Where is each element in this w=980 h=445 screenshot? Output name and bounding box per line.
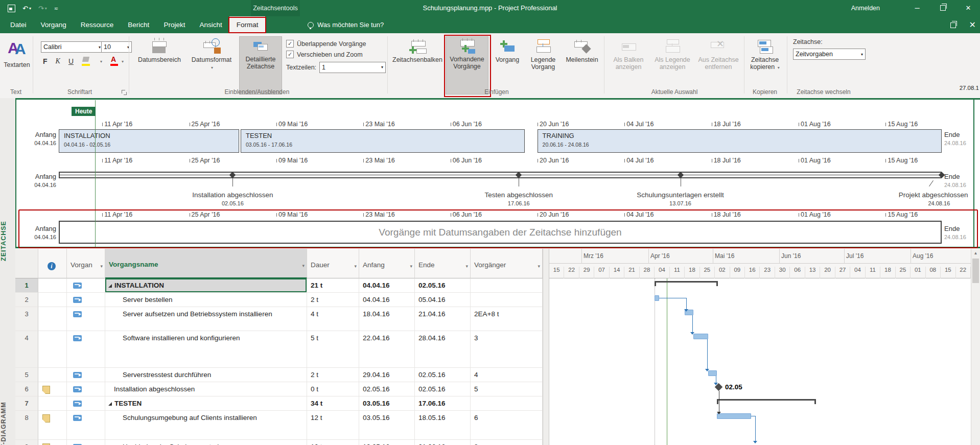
ende-cell[interactable]: 01.06.16: [415, 440, 471, 445]
pane-splitter[interactable]: [543, 249, 549, 445]
header-vorgangsmodus[interactable]: Vorgan▾: [67, 249, 105, 278]
ueberlappende-vorgaenge-checkbox[interactable]: ✓ Überlappende Vorgänge: [286, 38, 386, 49]
gantt-chart[interactable]: Mrz '16Apr '16Mai '16Jun '16Jul '16Aug '…: [549, 249, 971, 445]
zeitachse-select[interactable]: Zeitvorgaben▾: [793, 49, 866, 60]
als-balken-anzeigen-button[interactable]: Als Balken anzeigen: [608, 37, 649, 71]
redo-icon[interactable]: ↷▾: [38, 5, 47, 12]
anfang-cell[interactable]: 29.04.16: [359, 368, 415, 382]
italic-button[interactable]: K: [56, 57, 60, 65]
textzeilen-combo[interactable]: 1▾: [319, 62, 386, 73]
tab-vorgang[interactable]: Vorgang: [34, 16, 74, 33]
vorg-cell[interactable]: 5: [471, 382, 543, 396]
dauer-cell[interactable]: 4 t: [307, 307, 359, 331]
filter-arrow-icon[interactable]: ▾: [354, 264, 357, 269]
task-mode-cell[interactable]: [67, 396, 105, 411]
collapse-triangle-icon[interactable]: [108, 402, 112, 406]
tab-datei[interactable]: Datei: [3, 16, 34, 33]
dauer-cell[interactable]: 5 t: [307, 331, 359, 368]
table-row[interactable]: 2Server bestellen2 t04.04.1605.04.16: [15, 293, 543, 307]
header-ende[interactable]: Ende▾: [415, 249, 471, 278]
anfang-cell[interactable]: 04.04.16: [359, 278, 415, 293]
vorg-cell[interactable]: 3: [471, 331, 543, 368]
legende-vorgang-button[interactable]: Legende Vorgang: [525, 37, 561, 71]
vorg-cell[interactable]: [471, 396, 543, 411]
select-all-corner[interactable]: [15, 249, 38, 278]
ende-cell[interactable]: 02.05.16: [415, 278, 471, 293]
anfang-cell[interactable]: 22.04.16: [359, 331, 415, 368]
row-number-cell[interactable]: 3: [15, 307, 38, 331]
info-cell[interactable]: [38, 411, 67, 440]
font-name-combo[interactable]: Calibri▾: [41, 41, 103, 53]
aus-zeitachse-entfernen-button[interactable]: ✕ Aus Zeitachse entfernen: [696, 37, 741, 71]
zeitachsenbalken-button[interactable]: Zeitachsenbalken: [392, 37, 442, 63]
task-table[interactable]: iVorgan▾Vorgangsname▾Dauer▾Anfang▾Ende▾V…: [15, 249, 543, 445]
dauer-cell[interactable]: 12 t: [307, 411, 359, 440]
filter-arrow-icon[interactable]: ▾: [410, 264, 412, 269]
datumsbereich-button[interactable]: Datumsbereich: [134, 37, 185, 63]
tell-me-box[interactable]: Was möchten Sie tun?: [308, 16, 384, 33]
close-document-icon[interactable]: ✕: [969, 20, 976, 30]
task-mode-cell[interactable]: [67, 382, 105, 396]
row-number-cell[interactable]: 8: [15, 411, 38, 440]
anfang-cell[interactable]: 03.05.16: [359, 396, 415, 411]
row-number-cell[interactable]: 5: [15, 368, 38, 382]
gantt-pane-label[interactable]: GANTT-DIAGRAMM: [0, 392, 15, 445]
underline-button[interactable]: U: [68, 57, 74, 65]
empty-timeline-bar[interactable]: Vorgänge mit Datumsangaben der Zeitachse…: [59, 221, 942, 244]
ende-cell[interactable]: 17.06.16: [415, 396, 471, 411]
vorg-cell[interactable]: 6: [471, 411, 543, 440]
dauer-cell[interactable]: 0 t: [307, 382, 359, 396]
task-name-cell[interactable]: Serverstresstest durchführen: [105, 368, 307, 382]
gantt-task-bar[interactable]: [693, 334, 708, 339]
table-row[interactable]: 4Software installieren und konfigurieren…: [15, 331, 543, 368]
table-row[interactable]: 5Serverstresstest durchführen2 t29.04.16…: [15, 368, 543, 382]
vorhandene-vorgaenge-button[interactable]: Vorhandene Vorgänge: [446, 36, 488, 95]
vorg-cell[interactable]: 2EA+8 t: [471, 307, 543, 331]
dauer-cell[interactable]: 2 t: [307, 368, 359, 382]
header-info[interactable]: i: [38, 249, 67, 278]
vorg-cell[interactable]: [471, 293, 543, 307]
restore-button[interactable]: [931, 0, 954, 16]
tab-bericht[interactable]: Bericht: [121, 16, 156, 33]
task-name-cell[interactable]: Hochladen der Schulungsunterlagen: [105, 440, 307, 445]
row-number-cell[interactable]: 9: [15, 440, 38, 445]
task-mode-cell[interactable]: [67, 368, 105, 382]
highlight-color-button[interactable]: [82, 57, 91, 66]
gantt-task-bar[interactable]: [717, 413, 751, 419]
customize-qat-icon[interactable]: ≂: [54, 6, 58, 11]
task-mode-cell[interactable]: [67, 293, 105, 307]
task-mode-cell[interactable]: [67, 307, 105, 331]
table-row[interactable]: 3Server aufsetzen und Betriebssystem ins…: [15, 307, 543, 331]
filter-arrow-icon[interactable]: ▾: [302, 263, 305, 268]
anfang-cell[interactable]: 03.05.16: [359, 411, 415, 440]
ende-cell[interactable]: 28.04.16: [415, 331, 471, 368]
task-mode-cell[interactable]: [67, 331, 105, 368]
task-name-cell[interactable]: Server bestellen: [105, 293, 307, 307]
ende-cell[interactable]: 02.05.16: [415, 382, 471, 396]
tab-projekt[interactable]: Projekt: [156, 16, 192, 33]
task-name-cell[interactable]: TESTEN: [105, 396, 307, 411]
row-number-cell[interactable]: 6: [15, 382, 38, 396]
font-size-combo[interactable]: 10▾: [101, 41, 132, 53]
table-row[interactable]: 8Schulungsumgebung auf Clients installie…: [15, 411, 543, 440]
filter-arrow-icon[interactable]: ▾: [100, 264, 103, 269]
tab-ansicht[interactable]: Ansicht: [192, 16, 229, 33]
dauer-cell[interactable]: 21 t: [307, 278, 359, 293]
font-dialog-launcher-icon[interactable]: [122, 90, 127, 95]
scrollbar-thumb[interactable]: [972, 259, 979, 283]
info-cell[interactable]: [38, 307, 67, 331]
gantt-summary-bar[interactable]: [717, 399, 816, 404]
anfang-cell[interactable]: 19.05.16: [359, 440, 415, 445]
anfang-cell[interactable]: 18.04.16: [359, 307, 415, 331]
vorgang-einfuegen-button[interactable]: Vorgang: [492, 37, 523, 63]
vorg-cell[interactable]: 4: [471, 368, 543, 382]
detaillierte-zeitachse-button[interactable]: Detaillierte Zeitachse: [239, 36, 282, 95]
save-icon[interactable]: [8, 5, 15, 12]
tab-ressource[interactable]: Ressource: [74, 16, 121, 33]
anfang-cell[interactable]: 04.04.16: [359, 293, 415, 307]
filter-arrow-icon[interactable]: ▾: [465, 264, 468, 269]
table-row[interactable]: 9Hochladen der Schulungsunterlagen10 t19…: [15, 440, 543, 445]
row-number-cell[interactable]: 7: [15, 396, 38, 411]
task-name-cell[interactable]: Schulungsumgebung auf Clients installier…: [105, 411, 307, 440]
timeline-task-bar[interactable]: INSTALLATION04.04.16 - 02.05.16: [59, 129, 239, 153]
